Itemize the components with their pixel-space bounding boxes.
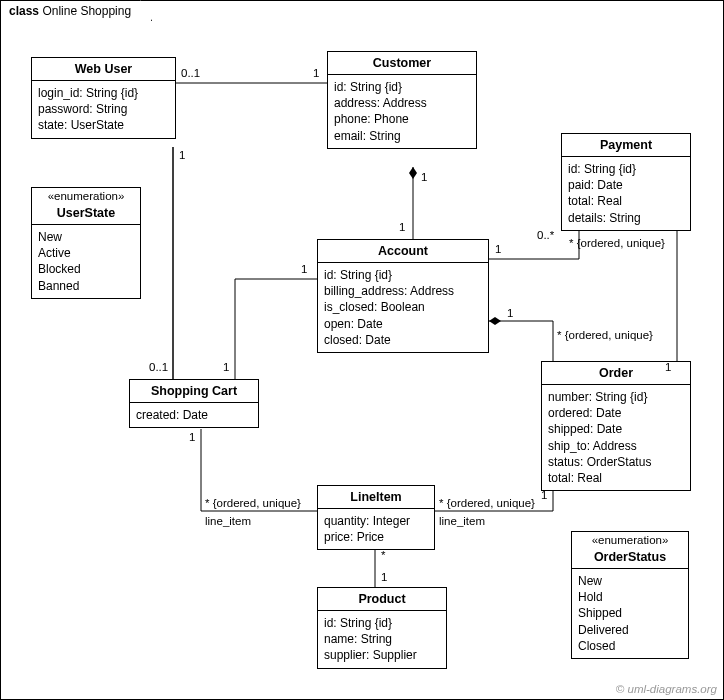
attr: id: String {id} [568, 161, 684, 177]
class-shoppingcart: Shopping Cart created: Date [129, 379, 259, 428]
attr: id: String {id} [324, 267, 482, 283]
class-body: id: String {id} address: Address phone: … [328, 75, 476, 148]
class-body: number: String {id} ordered: Date shippe… [542, 385, 690, 490]
class-title: Shopping Cart [130, 380, 258, 403]
class-body: id: String {id} paid: Date total: Real d… [562, 157, 690, 230]
mult-webuser-cart-bot: 0..1 [149, 361, 168, 373]
role-cart-li: line_item [205, 515, 251, 527]
attr: shipped: Date [548, 421, 684, 437]
class-body: login_id: String {id} password: String s… [32, 81, 175, 138]
attr: number: String {id} [548, 389, 684, 405]
attr: is_closed: Boolean [324, 299, 482, 315]
class-webuser: Web User login_id: String {id} password:… [31, 57, 176, 139]
stereotype: «enumeration» [572, 532, 688, 546]
class-product: Product id: String {id} name: String sup… [317, 587, 447, 669]
enum-userstate: «enumeration» UserState New Active Block… [31, 187, 141, 299]
attr: name: String [324, 631, 440, 647]
mult-account-order-b: * {ordered, unique} [557, 329, 637, 341]
attr: total: Real [548, 470, 684, 486]
attr: id: String {id} [334, 79, 470, 95]
literal: New [38, 229, 134, 245]
attr: state: UserState [38, 117, 169, 133]
literal: Hold [578, 589, 682, 605]
mult-account-cart-left: 1 [223, 361, 229, 373]
attr: price: Price [324, 529, 428, 545]
class-body: created: Date [130, 403, 258, 427]
attr: ordered: Date [548, 405, 684, 421]
mult-account-payment-left: 1 [495, 243, 501, 255]
attr: phone: Phone [334, 111, 470, 127]
class-order: Order number: String {id} ordered: Date … [541, 361, 691, 491]
class-title: Web User [32, 58, 175, 81]
literal: Blocked [38, 261, 134, 277]
attr: billing_address: Address [324, 283, 482, 299]
mult-webuser-cart-top: 1 [179, 149, 185, 161]
mult-cart-li-a: 1 [189, 431, 195, 443]
mult-webuser-customer-right: 1 [313, 67, 319, 79]
attr: paid: Date [568, 177, 684, 193]
class-body: id: String {id} name: String supplier: S… [318, 611, 446, 668]
mult-webuser-customer-left: 0..1 [181, 67, 200, 79]
diagram-frame-tab: class Online Shopping [0, 0, 152, 21]
mult-li-prod-bot: 1 [381, 571, 387, 583]
mult-order-li-b: * {ordered, unique} [439, 497, 535, 509]
mult-order-li-a: 1 [541, 489, 547, 501]
class-title: Customer [328, 52, 476, 75]
literal: Active [38, 245, 134, 261]
class-body: id: String {id} billing_address: Address… [318, 263, 488, 352]
attr: status: OrderStatus [548, 454, 684, 470]
mult-account-cart-right: 1 [301, 263, 307, 275]
class-body: New Active Blocked Banned [32, 225, 140, 298]
class-customer: Customer id: String {id} address: Addres… [327, 51, 477, 149]
attr: quantity: Integer [324, 513, 428, 529]
attr: details: String [568, 210, 684, 226]
role-order-li: line_item [439, 515, 485, 527]
attr: id: String {id} [324, 615, 440, 631]
literal: Shipped [578, 605, 682, 621]
attr: address: Address [334, 95, 470, 111]
class-title: LineItem [318, 486, 434, 509]
attr: supplier: Supplier [324, 647, 440, 663]
frame-title: Online Shopping [42, 4, 131, 18]
attr: email: String [334, 128, 470, 144]
mult-order-payment-a: 1 [665, 361, 671, 373]
attr: ship_to: Address [548, 438, 684, 454]
class-body: quantity: Integer price: Price [318, 509, 434, 549]
diagram-canvas: class Online Shopping [0, 0, 724, 700]
class-body: New Hold Shipped Delivered Closed [572, 569, 688, 658]
mult-account-payment-right: 0..* [537, 229, 554, 241]
mult-customer-account-top: 1 [421, 171, 427, 183]
literal: Banned [38, 278, 134, 294]
attr: open: Date [324, 316, 482, 332]
mult-li-prod-top: * [381, 549, 385, 561]
literal: New [578, 573, 682, 589]
class-title: UserState [32, 202, 140, 225]
mult-order-payment-b: * {ordered, unique} [569, 237, 665, 249]
attr: closed: Date [324, 332, 482, 348]
attr: login_id: String {id} [38, 85, 169, 101]
mult-account-order-a: 1 [507, 307, 513, 319]
class-title: Payment [562, 134, 690, 157]
class-account: Account id: String {id} billing_address:… [317, 239, 489, 353]
attr: created: Date [136, 407, 252, 423]
class-lineitem: LineItem quantity: Integer price: Price [317, 485, 435, 550]
literal: Delivered [578, 622, 682, 638]
mult-customer-account-bot: 1 [399, 221, 405, 233]
credit-text: © uml-diagrams.org [616, 683, 717, 695]
class-title: Account [318, 240, 488, 263]
attr: total: Real [568, 193, 684, 209]
stereotype: «enumeration» [32, 188, 140, 202]
attr: password: String [38, 101, 169, 117]
class-title: OrderStatus [572, 546, 688, 569]
class-payment: Payment id: String {id} paid: Date total… [561, 133, 691, 231]
enum-orderstatus: «enumeration» OrderStatus New Hold Shipp… [571, 531, 689, 659]
frame-kind: class [9, 4, 39, 18]
class-title: Product [318, 588, 446, 611]
mult-cart-li-b: * {ordered, unique} [205, 497, 301, 509]
literal: Closed [578, 638, 682, 654]
